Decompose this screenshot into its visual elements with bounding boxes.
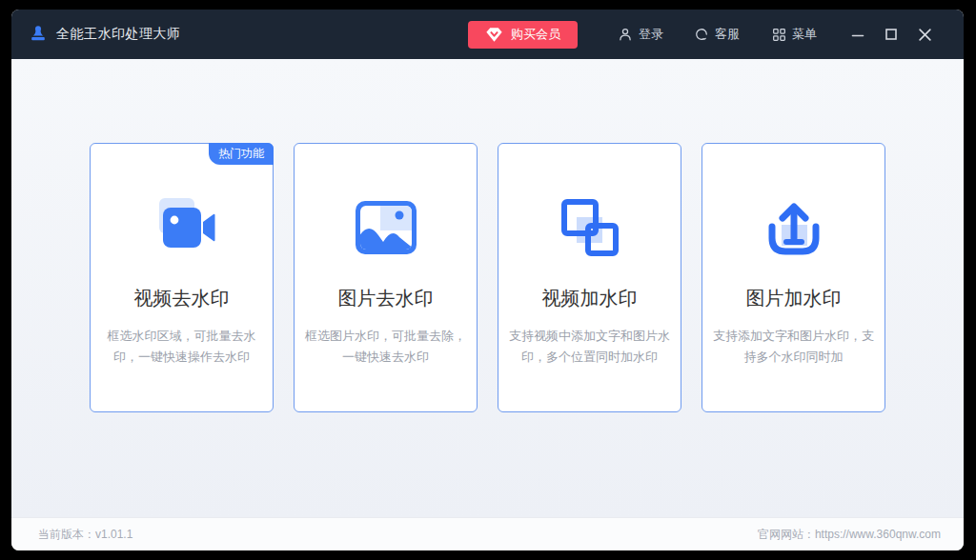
- card-description: 框选图片水印，可批量去除，一键快速去水印: [295, 326, 477, 368]
- login-label: 登录: [639, 26, 663, 43]
- close-button[interactable]: [910, 20, 939, 49]
- support-label: 客服: [715, 26, 740, 43]
- user-icon: [618, 27, 633, 42]
- titlebar-right: 购买会员 登录 客服: [468, 20, 939, 49]
- app-title: 全能王水印处理大师: [56, 26, 181, 43]
- card-description: 框选水印区域，可批量去水印，一键快速操作去水印: [91, 326, 273, 368]
- minimize-icon: [851, 28, 864, 41]
- card-video-add-watermark[interactable]: 视频加水印 支持视频中添加文字和图片水印，多个位置同时加水印: [498, 143, 681, 412]
- headset-icon: [694, 27, 709, 42]
- overlapping-squares-icon: [555, 196, 625, 259]
- card-title: 图片加水印: [702, 286, 884, 311]
- menu-button[interactable]: 菜单: [772, 26, 817, 43]
- website-text: 官网网站：https://www.360qnw.com: [758, 527, 941, 543]
- gem-icon: [485, 27, 503, 43]
- titlebar: 全能王水印处理大师 购买会员 登录: [11, 10, 964, 59]
- menu-label: 菜单: [792, 26, 817, 43]
- photo-icon: [351, 196, 421, 259]
- login-button[interactable]: 登录: [618, 26, 663, 43]
- customer-support-button[interactable]: 客服: [694, 26, 740, 43]
- video-camera-icon: [147, 196, 217, 259]
- card-video-remove-watermark[interactable]: 热门功能 视频去水印 框选水印区域，可批量去水印，一键快速操作去水印: [90, 143, 274, 412]
- card-image-remove-watermark[interactable]: 图片去水印 框选图片水印，可批量去除，一键快速去水印: [294, 143, 478, 412]
- card-title: 视频加水印: [498, 286, 681, 311]
- hot-feature-badge: 热门功能: [209, 143, 274, 165]
- close-icon: [918, 28, 932, 42]
- maximize-button[interactable]: [877, 20, 905, 49]
- buy-membership-label: 购买会员: [511, 26, 560, 43]
- card-description: 支持添加文字和图片水印，支持多个水印同时加: [702, 326, 884, 368]
- grid-menu-icon: [772, 28, 786, 42]
- card-title: 图片去水印: [295, 286, 477, 311]
- app-window: 全能王水印处理大师 购买会员 登录: [11, 10, 964, 550]
- minimize-button[interactable]: [844, 20, 872, 49]
- card-description: 支持视频中添加文字和图片水印，多个位置同时加水印: [498, 326, 681, 368]
- card-title: 视频去水印: [91, 286, 273, 311]
- buy-membership-button[interactable]: 购买会员: [468, 21, 578, 49]
- card-image-add-watermark[interactable]: 图片加水印 支持添加文字和图片水印，支持多个水印同时加: [702, 143, 885, 412]
- upload-tray-icon: [759, 196, 829, 259]
- app-identity: 全能王水印处理大师: [29, 25, 181, 44]
- status-bar: 当前版本：v1.01.1 官网网站：https://www.360qnw.com: [11, 517, 964, 550]
- feature-cards-area: 热门功能 视频去水印 框选水印区域，可批量去水印，一键快速操作去水印: [11, 59, 964, 517]
- version-text: 当前版本：v1.01.1: [38, 527, 132, 543]
- stamp-logo-icon: [29, 25, 48, 44]
- window-controls: [844, 20, 939, 49]
- maximize-icon: [884, 28, 898, 41]
